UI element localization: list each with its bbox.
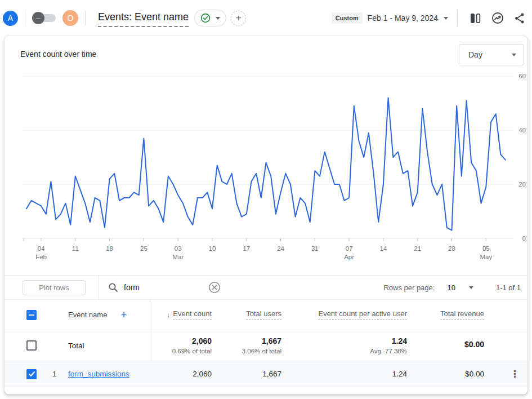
- x-axis-label: 24: [277, 245, 284, 252]
- metric-value: $0.00: [464, 340, 484, 349]
- clear-search-icon[interactable]: [208, 281, 221, 294]
- chevron-down-icon[interactable]: [469, 286, 473, 289]
- x-axis-label: 14: [380, 245, 387, 252]
- total-event-count-per-active-user: 1.24 Avg -77.38%: [370, 336, 407, 354]
- header-total-users[interactable]: Total users: [246, 309, 281, 320]
- x-axis-label: 11: [72, 245, 79, 252]
- indeterminate-mark: [29, 314, 34, 316]
- header-event-count[interactable]: ↓ Event count: [167, 309, 212, 320]
- x-axis-label: 04: [38, 245, 45, 252]
- row-total-users: 1,667: [262, 370, 281, 378]
- x-axis-label: 17: [243, 245, 250, 252]
- row-total-revenue: $0.00: [465, 370, 484, 378]
- total-row-checkbox[interactable]: [26, 340, 37, 351]
- table-row[interactable]: 1 form_submissions 2,060 1,667 1.24 $0.0…: [5, 361, 527, 387]
- header-total-revenue[interactable]: Total revenue: [440, 309, 484, 320]
- divider: [25, 11, 25, 25]
- table-filter-bar: Plot rows Rows per page: 10 1-1 of 1: [5, 275, 527, 300]
- x-axis-label: 28: [448, 245, 455, 252]
- comparison-panel-button[interactable]: [470, 12, 481, 24]
- event-name-link[interactable]: form_submissions: [68, 370, 129, 378]
- row-menu-button[interactable]: ⋮: [510, 369, 520, 379]
- x-axis-label: 25: [140, 245, 147, 252]
- x-axis-label: 07: [346, 245, 353, 252]
- check-icon: [28, 370, 35, 378]
- total-event-count: 2,060 0.69% of total: [172, 336, 212, 354]
- table-header-row: Event name + ↓ Event count Total users E…: [5, 300, 527, 330]
- granularity-select[interactable]: Day: [459, 44, 524, 65]
- x-axis-month-label: Apr: [344, 254, 354, 260]
- search-icon: [108, 282, 118, 292]
- chevron-down-icon: [216, 17, 220, 20]
- row-checkbox[interactable]: [26, 369, 37, 379]
- green-check-circle-icon: [200, 13, 211, 23]
- insights-button[interactable]: [491, 12, 504, 24]
- table-total-row: Total 2,060 0.69% of total 1,667 3.06% o…: [5, 330, 527, 361]
- app-top-bar: A – O Events: Event name + Custom Feb 1 …: [0, 0, 532, 36]
- header-label: Event count per active user: [318, 309, 407, 320]
- plot-rows-button[interactable]: Plot rows: [23, 280, 86, 295]
- date-range-type-badge: Custom: [332, 12, 363, 24]
- y-axis-label: 20: [518, 181, 526, 188]
- divider: [85, 11, 86, 25]
- total-users: 1,667 3.06% of total: [242, 336, 281, 354]
- granularity-value: Day: [468, 50, 482, 59]
- event-count-line-chart: 604020004Feb11182503Mar1017243107Apr1421…: [5, 70, 527, 271]
- events-table: Event name + ↓ Event count Total users E…: [5, 300, 527, 387]
- chart-section: Event count over time Day 604020004Feb11…: [5, 36, 527, 275]
- y-axis-label: 60: [518, 73, 526, 79]
- add-column-button[interactable]: +: [120, 309, 127, 321]
- chevron-down-icon: [512, 54, 516, 56]
- metric-subvalue: 0.69% of total: [172, 348, 212, 354]
- metric-subvalue: 3.06% of total: [242, 348, 281, 354]
- date-range-selector[interactable]: Feb 1 - May 9, 2024: [368, 14, 438, 23]
- row-event-count: 2,060: [193, 370, 212, 378]
- x-axis-label: 03: [175, 245, 182, 252]
- x-axis-month-label: Feb: [35, 254, 47, 260]
- metric-subvalue: Avg -77.38%: [370, 348, 407, 354]
- compare-bars-icon: [470, 12, 481, 24]
- header-label: Event count: [173, 309, 212, 320]
- total-label: Total: [68, 342, 84, 350]
- x-axis-label: 31: [311, 245, 319, 252]
- event-count-series-line: [26, 97, 506, 230]
- dimension-header[interactable]: Event name: [68, 311, 107, 319]
- report-card: Event count over time Day 604020004Feb11…: [5, 36, 527, 394]
- metric-value: 2,060: [172, 336, 212, 345]
- x-axis-label: 18: [106, 245, 113, 252]
- x-axis-month-label: Mar: [172, 254, 184, 260]
- org-avatar[interactable]: O: [62, 10, 78, 26]
- x-axis-label: 21: [414, 245, 421, 252]
- x-axis-label: 10: [209, 245, 216, 252]
- x-axis-label: 05: [482, 245, 490, 252]
- share-button[interactable]: [514, 12, 525, 24]
- x-axis-month-label: May: [480, 254, 492, 260]
- divider: [99, 275, 99, 300]
- chevron-down-icon[interactable]: [444, 17, 448, 20]
- metric-value: 1.24: [370, 336, 407, 345]
- account-avatar[interactable]: A: [3, 11, 18, 26]
- row-event-count-per-active-user: 1.24: [392, 370, 407, 378]
- y-axis-label: 0: [522, 235, 526, 242]
- search-input[interactable]: [124, 283, 203, 292]
- y-axis-label: 40: [518, 127, 526, 134]
- metric-value: 1,667: [242, 336, 281, 345]
- table-search: [108, 281, 221, 294]
- report-title[interactable]: Events: Event name: [98, 11, 189, 27]
- select-all-checkbox[interactable]: [26, 310, 37, 320]
- toggle-knob[interactable]: –: [32, 12, 44, 24]
- header-label: Total revenue: [440, 309, 484, 320]
- rows-per-page-label: Rows per page:: [383, 283, 435, 292]
- comparison-toggle[interactable]: –: [32, 12, 56, 24]
- add-comparison-button[interactable]: +: [231, 11, 246, 26]
- total-revenue: $0.00: [464, 340, 484, 351]
- header-event-count-per-active-user[interactable]: Event count per active user: [318, 309, 407, 320]
- header-label: Total users: [246, 309, 281, 320]
- pagination-status: 1-1 of 1: [496, 283, 521, 292]
- sort-descending-icon: ↓: [167, 311, 171, 319]
- divider: [457, 11, 458, 25]
- rows-per-page-value[interactable]: 10: [447, 283, 455, 292]
- data-quality-badge[interactable]: [194, 10, 226, 26]
- row-index: 1: [52, 370, 59, 378]
- share-icon: [514, 12, 525, 24]
